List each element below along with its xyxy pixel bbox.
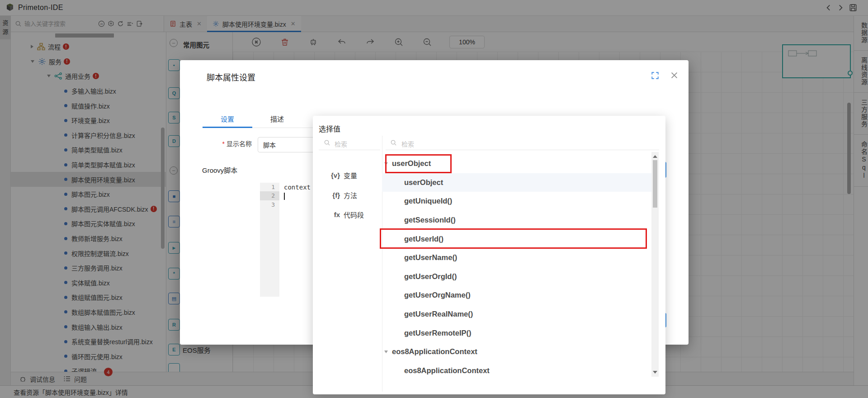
picker-item[interactable]: getUserOrgId() <box>382 267 652 286</box>
category-prefix: fx <box>313 211 340 218</box>
picker-item-label: getUserId() <box>404 235 443 243</box>
fullscreen-icon[interactable] <box>651 71 659 80</box>
search-icon <box>390 139 397 146</box>
picker-item-label: userObject <box>392 159 431 168</box>
picker-item-label: eos8ApplicationContext <box>404 366 490 375</box>
picker-item-label: getUserRealName() <box>404 310 473 318</box>
picker-item[interactable]: eos8ApplicationContext <box>382 342 652 361</box>
display-name-label: *显示名称 <box>180 139 252 148</box>
category-label: 代码段 <box>344 210 364 219</box>
picker-category-1[interactable]: {f}方法 <box>313 185 382 205</box>
code-line[interactable]: context <box>284 183 311 192</box>
picker-item[interactable]: getUserId() <box>382 229 652 248</box>
picker-category-2[interactable]: fx代码段 <box>313 205 382 225</box>
picker-item[interactable]: getUniqueId() <box>382 192 652 211</box>
picker-item-label: eos8ApplicationContext <box>392 347 477 356</box>
item-search-input[interactable]: 检索 <box>401 139 414 148</box>
search-underline <box>319 150 380 150</box>
value-list: userObjectuserObjectgetUniqueId()getSess… <box>382 154 652 380</box>
picker-title: 选择值 <box>319 123 340 134</box>
dialog-title: 脚本属性设置 <box>207 71 255 83</box>
picker-item[interactable]: userObject <box>382 154 652 173</box>
line-number-current: 2 <box>260 191 279 200</box>
active-tab-underline <box>203 127 252 128</box>
code-line-gutter: 1 2 3 <box>260 183 279 297</box>
picker-item[interactable]: eos8ApplicationContext <box>382 361 652 380</box>
app-window: Primeton-IDE 资源 AI 主表✕脚本使用环境变量.bizx✕ 流程!… <box>0 0 868 398</box>
picker-item[interactable]: getUserRemoteIP() <box>382 323 652 342</box>
picker-category-0[interactable]: {v}变量 <box>313 166 382 185</box>
picker-item[interactable]: getSessionId() <box>382 211 652 230</box>
search-underline <box>386 150 659 150</box>
tab-description[interactable]: 描述 <box>252 110 302 127</box>
list-scrollbar[interactable] <box>651 152 659 377</box>
picker-item-label: getUserName() <box>404 253 457 262</box>
search-icon <box>324 139 330 146</box>
category-prefix: {v} <box>313 171 340 179</box>
chevron-down-icon[interactable] <box>384 162 388 165</box>
picker-item-label: getUserRemoteIP() <box>404 329 472 337</box>
scrollbar-thumb[interactable] <box>653 160 657 208</box>
picker-item[interactable]: getUserOrgName() <box>382 286 652 305</box>
display-name-input[interactable] <box>258 137 321 152</box>
line-number: 1 <box>260 183 279 191</box>
close-icon[interactable] <box>670 71 679 80</box>
category-prefix: {f} <box>313 191 340 199</box>
picker-item[interactable]: userObject <box>382 173 652 192</box>
groovy-script-label: Groovy脚本 <box>202 165 237 175</box>
picker-item-label: getUserOrgName() <box>404 291 471 299</box>
chevron-down-icon[interactable] <box>384 351 388 353</box>
required-mark: * <box>222 140 225 147</box>
picker-item[interactable]: getUserName() <box>382 248 652 267</box>
category-label: 方法 <box>344 190 357 200</box>
picker-item-label: userObject <box>404 178 443 187</box>
picker-item-label: getUniqueId() <box>404 197 452 205</box>
picker-item-label: getUserOrgId() <box>404 272 457 281</box>
picker-item[interactable]: getUserRealName() <box>382 305 652 324</box>
category-label: 变量 <box>344 171 357 180</box>
text-cursor <box>284 193 285 200</box>
line-number: 3 <box>260 200 279 209</box>
picker-item-label: getSessionId() <box>404 216 456 224</box>
tab-settings[interactable]: 设置 <box>203 110 252 127</box>
category-list: {v}变量{f}方法fx代码段 <box>313 166 382 225</box>
scroll-up-icon[interactable] <box>653 155 657 158</box>
scroll-down-icon[interactable] <box>653 371 657 374</box>
category-search-input[interactable]: 检索 <box>335 139 347 148</box>
value-picker-popup: 选择值 检索 检索 {v}变量{f}方法fx代码段 userObjectuser… <box>313 116 665 394</box>
